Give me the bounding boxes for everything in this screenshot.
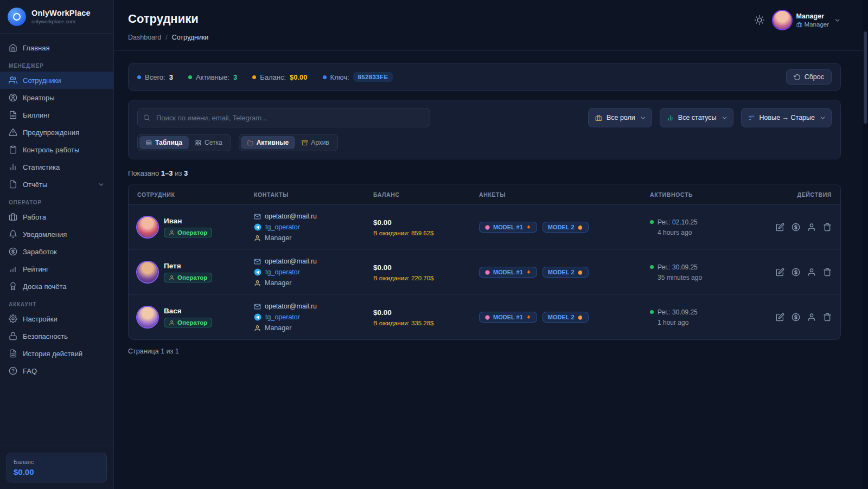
online-dot-icon	[650, 310, 654, 314]
avatar[interactable]	[137, 262, 158, 282]
user-name: Manager	[796, 12, 829, 20]
total-dot-icon	[137, 75, 141, 79]
delete-button[interactable]	[823, 313, 832, 321]
page-title: Сотрудники	[128, 12, 841, 26]
archive-box-icon	[302, 140, 308, 146]
sidebar-item-notifications[interactable]: Уведомления	[0, 226, 113, 243]
sidebar-item-creators[interactable]: Креаторы	[0, 89, 113, 106]
filter-row-search: Все роли Все статусы Новые → Старые	[137, 108, 832, 127]
edit-button[interactable]	[776, 313, 784, 321]
telegram-icon	[254, 313, 261, 321]
avatar[interactable]	[137, 307, 158, 327]
lock-icon	[9, 332, 17, 340]
edit-button[interactable]	[776, 223, 784, 231]
scrollbar[interactable]	[863, 0, 868, 489]
theme-toggle-sun-icon[interactable]	[755, 15, 764, 25]
state-toggle-active[interactable]: Активные	[241, 136, 295, 149]
edit-button[interactable]	[776, 268, 784, 276]
sidebar-item-reports[interactable]: Отчёты	[0, 176, 113, 193]
payout-button[interactable]	[792, 223, 800, 231]
api-key-badge[interactable]: 852833FE	[353, 72, 393, 82]
sidebar-item-employees[interactable]: Сотрудники	[0, 72, 113, 89]
sort-select[interactable]: Новые → Старые	[741, 108, 832, 127]
role-badge: Оператор	[164, 318, 212, 327]
dollar-circle-icon	[792, 313, 800, 321]
table-row: Иван Оператор opetator@mail.ru tg	[129, 205, 840, 250]
balance-amount: $0.00	[373, 308, 479, 317]
person-icon	[254, 325, 261, 332]
chevron-down-icon	[819, 114, 826, 121]
chevron-down-icon	[98, 181, 105, 188]
last-seen: 1 hour ago	[650, 319, 767, 326]
search-input[interactable]	[137, 108, 430, 127]
results-count-prefix: Показано	[128, 169, 159, 177]
sidebar-item-label: История действий	[23, 350, 82, 358]
sidebar-item-statistics[interactable]: Статистика	[0, 158, 113, 176]
telegram-link[interactable]: tg_operator	[265, 313, 300, 321]
sidebar-item-faq[interactable]: FAQ	[0, 362, 113, 379]
model-badge[interactable]: MODEL 2	[542, 222, 589, 233]
role-badge: Оператор	[164, 228, 212, 237]
telegram-link[interactable]: tg_operator	[265, 223, 300, 231]
user-menu[interactable]: Manager Manager	[773, 11, 841, 29]
sidebar-item-earnings[interactable]: Заработок	[0, 243, 113, 260]
model-badge-label: MODEL #1	[493, 314, 523, 320]
scrollbar-thumb[interactable]	[864, 31, 867, 124]
balance-amount: $0.00	[373, 218, 479, 227]
role-badge-label: Оператор	[177, 229, 207, 236]
document-icon	[9, 349, 17, 358]
registration-date: Рег.: 30.09.25	[658, 308, 698, 316]
reset-button[interactable]: Сброс	[786, 69, 832, 85]
sort-select-value: Новые → Старые	[760, 114, 815, 121]
sidebar-item-work[interactable]: Работа	[0, 208, 113, 226]
delete-button[interactable]	[823, 223, 832, 231]
view-toggle-grid[interactable]: Сетка	[189, 136, 229, 149]
sidebar-item-work-control[interactable]: Контроль работы	[0, 141, 113, 158]
registration-line: Рег.: 02.10.25	[650, 218, 767, 226]
sidebar-item-billing[interactable]: Биллинг	[0, 106, 113, 124]
profile-button[interactable]	[807, 223, 816, 231]
pending-amount: В ожидании: 335.28$	[373, 320, 479, 326]
model-badge[interactable]: MODEL 2	[542, 312, 589, 323]
statuses-select-value: Все статусы	[678, 114, 717, 121]
sidebar-item-warnings[interactable]: Предупреждения	[0, 124, 113, 141]
sidebar-item-rating[interactable]: Рейтинг	[0, 260, 113, 278]
payout-button[interactable]	[792, 268, 800, 276]
person-icon	[254, 280, 261, 287]
manager-line: Manager	[254, 324, 373, 332]
model-badge[interactable]: MODEL #1	[479, 267, 537, 278]
dancer-icon	[484, 269, 490, 275]
sidebar-item-label: Безопасность	[23, 332, 68, 340]
contacts-cell: opetator@mail.ru tg_operator Manager	[254, 258, 373, 287]
balance-card[interactable]: Баланс $0.00	[7, 453, 107, 482]
sidebar-item-label: Рейтинг	[23, 265, 49, 273]
sidebar-item-home[interactable]: Главная	[0, 39, 113, 56]
sidebar-item-settings[interactable]: Настройки	[0, 310, 113, 327]
view-toggle-group: Таблица Сетка	[137, 134, 231, 151]
telegram-link[interactable]: tg_operator	[265, 268, 300, 276]
profile-button[interactable]	[807, 268, 816, 276]
delete-button[interactable]	[823, 268, 832, 276]
view-toggle-table[interactable]: Таблица	[139, 136, 189, 149]
model-badge-label: MODEL 2	[548, 224, 575, 230]
role-badge-icon	[796, 22, 802, 28]
logo-text: OnlyWorkPlace onlyworkplace.com	[31, 9, 91, 24]
model-badge[interactable]: MODEL 2	[542, 267, 589, 278]
results-count: Показано 1–3 из 3	[128, 169, 841, 177]
logo[interactable]: OnlyWorkPlace onlyworkplace.com	[0, 0, 113, 34]
sidebar-item-security[interactable]: Безопасность	[0, 327, 113, 345]
sidebar-item-honor-board[interactable]: Доска почёта	[0, 278, 113, 295]
profile-button[interactable]	[807, 313, 816, 321]
payout-button[interactable]	[792, 313, 800, 321]
roles-select[interactable]: Все роли	[588, 108, 652, 127]
state-toggle-archive[interactable]: Архив	[295, 136, 336, 149]
breadcrumb-dashboard[interactable]: Dashboard	[128, 34, 161, 41]
model-badge[interactable]: MODEL #1	[479, 222, 537, 233]
avatar[interactable]	[137, 217, 158, 237]
manager-name: Manager	[265, 234, 291, 242]
employee-name: Вася	[164, 307, 212, 315]
sidebar-item-history[interactable]: История действий	[0, 345, 113, 362]
model-badge[interactable]: MODEL #1	[479, 312, 537, 323]
manager-line: Manager	[254, 279, 373, 287]
statuses-select[interactable]: Все статусы	[660, 108, 733, 127]
